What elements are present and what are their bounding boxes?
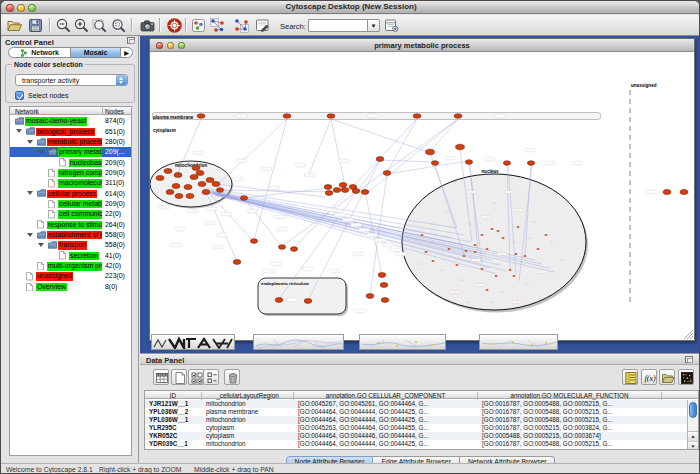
network-node[interactable] bbox=[212, 182, 220, 187]
zoom-selected-button[interactable] bbox=[110, 17, 127, 34]
float-panel-icon[interactable] bbox=[685, 356, 693, 363]
network-node[interactable] bbox=[383, 171, 391, 176]
tree-row[interactable]: establishment of lo558(0) bbox=[10, 230, 131, 240]
tree-row[interactable]: response to stimulu264(0) bbox=[10, 219, 131, 229]
tree-row[interactable]: nucleobase-cont209(0) bbox=[10, 157, 131, 167]
scroll-down-button[interactable]: ▼ bbox=[688, 441, 698, 450]
network-node[interactable] bbox=[202, 190, 210, 195]
vizmapper-button[interactable] bbox=[190, 17, 207, 34]
network-node[interactable] bbox=[278, 245, 285, 250]
cytopanel-ring-button[interactable] bbox=[166, 17, 183, 34]
network-canvas[interactable]: plasma membranecytoplasmmitochondrionnuc… bbox=[150, 52, 694, 340]
network-window-titlebar[interactable]: primary metabolic process bbox=[150, 39, 694, 52]
network-node[interactable] bbox=[352, 189, 360, 194]
zoom-fit-button[interactable] bbox=[91, 17, 108, 34]
network-node[interactable] bbox=[172, 184, 180, 189]
import-attributes-button[interactable] bbox=[659, 369, 675, 385]
tree-row[interactable]: transport558(0) bbox=[10, 240, 131, 250]
expander-icon[interactable] bbox=[38, 150, 44, 154]
zoom-out-button[interactable] bbox=[55, 17, 72, 34]
network-node[interactable] bbox=[527, 161, 534, 166]
tree-row[interactable]: metabolic process280(0) bbox=[10, 137, 131, 147]
network-node[interactable] bbox=[290, 247, 297, 252]
network-node[interactable] bbox=[216, 188, 223, 193]
network-node[interactable] bbox=[192, 166, 200, 171]
network-node[interactable] bbox=[198, 182, 206, 187]
network-node[interactable] bbox=[184, 185, 192, 190]
search-settings-button[interactable] bbox=[383, 17, 400, 34]
network-node[interactable] bbox=[341, 188, 349, 193]
node-color-combobox[interactable]: transporter activity bbox=[15, 74, 128, 86]
tree-row[interactable]: cellular metabol209(0) bbox=[10, 199, 131, 209]
network-node[interactable] bbox=[381, 298, 389, 303]
network-node[interactable] bbox=[156, 176, 164, 181]
network-node[interactable] bbox=[190, 175, 198, 180]
save-session-button[interactable] bbox=[27, 17, 44, 34]
tree-row[interactable]: nitrogen compou209(0) bbox=[10, 168, 131, 178]
network-node[interactable] bbox=[325, 191, 333, 196]
table-row[interactable]: YPL036W__1mitochondrion[GO:0044464, GO:0… bbox=[145, 416, 698, 424]
expander-icon[interactable] bbox=[38, 243, 44, 247]
network-node[interactable] bbox=[426, 149, 435, 155]
network-node[interactable] bbox=[376, 157, 384, 162]
network-node[interactable] bbox=[174, 173, 182, 178]
window-resize-grip[interactable] bbox=[684, 330, 693, 339]
table-row[interactable]: YPL036W__2plasma membrane[GO:0044464, GO… bbox=[145, 408, 698, 416]
network-node[interactable] bbox=[380, 283, 388, 288]
function-builder-button[interactable]: f(x) bbox=[641, 369, 657, 385]
network-node[interactable] bbox=[175, 194, 183, 199]
tree-row[interactable]: biological_process651(0) bbox=[10, 126, 131, 136]
tree-row[interactable]: primary metabolic process209(... bbox=[10, 147, 131, 157]
minimized-window-1[interactable] bbox=[151, 334, 235, 350]
tree-row[interactable]: mosaic-demo-yeast874(0) bbox=[10, 116, 131, 126]
search-input[interactable] bbox=[308, 19, 368, 32]
network-node[interactable] bbox=[186, 194, 194, 199]
network-node[interactable] bbox=[233, 260, 241, 265]
column-header[interactable]: _cellularLayoutRegion bbox=[202, 392, 294, 400]
network-node[interactable] bbox=[680, 190, 688, 195]
network-node[interactable] bbox=[454, 114, 462, 118]
new-attribute-button[interactable] bbox=[171, 369, 187, 385]
layout-graph-1-button[interactable] bbox=[209, 17, 226, 34]
network-node[interactable] bbox=[333, 188, 341, 193]
matrix-view-button[interactable] bbox=[678, 369, 694, 385]
network-node[interactable] bbox=[361, 190, 369, 195]
table-row[interactable]: YKR052Ccytoplasm[GO:0044464, GO:0044446,… bbox=[145, 432, 698, 440]
minimized-window-4[interactable] bbox=[479, 334, 558, 350]
minimized-window-2[interactable] bbox=[253, 334, 344, 350]
float-panel-icon[interactable] bbox=[127, 37, 135, 44]
table-row[interactable]: YDR039C__1mitochondrion[GO:0044464, GO:0… bbox=[145, 440, 698, 448]
network-node[interactable] bbox=[166, 190, 174, 195]
network-node[interactable] bbox=[431, 161, 438, 166]
snapshot-button[interactable] bbox=[139, 17, 156, 34]
network-node[interactable] bbox=[413, 114, 421, 118]
tree-row[interactable]: Overview8(0) bbox=[10, 282, 131, 292]
tab-overflow-arrow[interactable]: ▶ bbox=[121, 48, 132, 57]
table-vertical-scrollbar[interactable]: ▲ ▼ bbox=[687, 400, 698, 449]
network-node[interactable] bbox=[206, 178, 214, 183]
network-node[interactable] bbox=[283, 114, 291, 118]
network-node[interactable] bbox=[378, 273, 386, 278]
network-node[interactable] bbox=[250, 239, 257, 244]
attribute-table-button[interactable] bbox=[153, 369, 169, 385]
select-attributes-button[interactable] bbox=[188, 369, 204, 385]
expander-icon[interactable] bbox=[27, 140, 33, 144]
network-node[interactable] bbox=[240, 196, 247, 201]
open-session-button[interactable] bbox=[6, 17, 23, 34]
scroll-up-button[interactable]: ▲ bbox=[688, 432, 698, 441]
network-node[interactable] bbox=[663, 190, 671, 195]
search-dropdown-button[interactable]: ▼ bbox=[367, 19, 380, 32]
network-node[interactable] bbox=[503, 161, 510, 166]
attribute-list-button[interactable] bbox=[622, 369, 638, 385]
network-node[interactable] bbox=[196, 171, 204, 176]
tab-mosaic[interactable]: Mosaic bbox=[71, 48, 121, 57]
tree-row[interactable]: unassigned223(0) bbox=[10, 271, 131, 281]
expander-icon[interactable] bbox=[27, 233, 33, 237]
network-node[interactable] bbox=[366, 294, 374, 299]
table-row[interactable]: YJR121W__1mitochondrion[GO:0045267, GO:0… bbox=[145, 400, 698, 408]
tree-row[interactable]: multi-organism pro42(0) bbox=[10, 261, 131, 271]
network-node[interactable] bbox=[197, 114, 205, 118]
zoom-in-button[interactable] bbox=[73, 17, 90, 34]
tree-column-network[interactable]: Network bbox=[15, 108, 39, 115]
scrollbar-thumb[interactable] bbox=[689, 402, 697, 418]
